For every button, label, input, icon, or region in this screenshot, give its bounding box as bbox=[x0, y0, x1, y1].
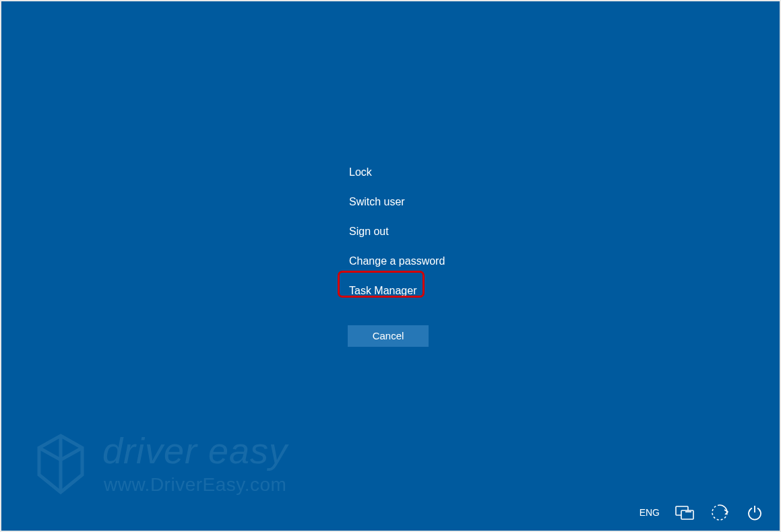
security-options-menu: Lock Switch user Sign out Change a passw… bbox=[348, 158, 446, 306]
power-icon[interactable] bbox=[745, 502, 765, 523]
watermark-brand: driver easy bbox=[102, 432, 288, 469]
cancel-button[interactable]: Cancel bbox=[348, 325, 429, 347]
bottom-bar: ENG bbox=[639, 502, 765, 523]
menu-item-lock[interactable]: Lock bbox=[348, 158, 446, 187]
menu-item-switch-user[interactable]: Switch user bbox=[348, 187, 446, 217]
menu-item-task-manager[interactable]: Task Manager bbox=[348, 276, 446, 306]
ease-of-access-icon[interactable] bbox=[710, 502, 730, 523]
network-icon[interactable] bbox=[675, 502, 695, 523]
language-indicator[interactable]: ENG bbox=[639, 507, 660, 518]
watermark-logo-icon bbox=[34, 433, 88, 495]
menu-item-change-password[interactable]: Change a password bbox=[348, 246, 446, 276]
watermark: driver easy www.DriverEasy.com bbox=[34, 432, 288, 496]
security-options-screen: Lock Switch user Sign out Change a passw… bbox=[1, 1, 780, 531]
watermark-url: www.DriverEasy.com bbox=[104, 474, 288, 496]
menu-item-sign-out[interactable]: Sign out bbox=[348, 217, 446, 246]
